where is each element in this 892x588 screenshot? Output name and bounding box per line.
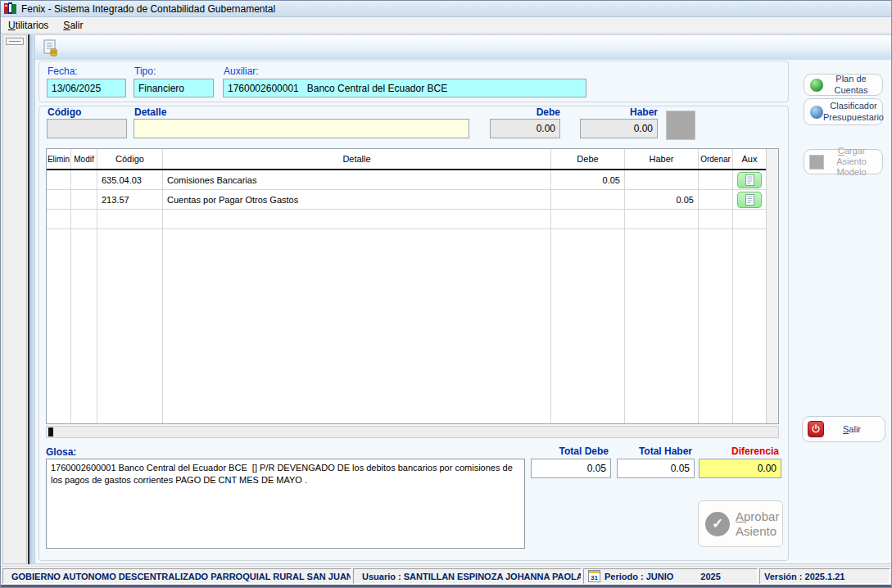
cell-debe: 0.05 [551, 170, 625, 189]
grid-horizontal-scrollbar[interactable] [46, 426, 779, 438]
cell-codigo: 213.57 [97, 190, 163, 209]
cell-detalle: Comisiones Bancarias [163, 170, 551, 189]
title-bar: Fenix - Sistema Integrado de Contabilida… [1, 1, 892, 17]
status-year-text: 2025 [700, 572, 720, 581]
header-detalle: Detalle [163, 149, 551, 169]
header-elimin: Elimin [47, 149, 71, 169]
cell-modif [71, 190, 97, 209]
clasificador-line2: Presupuestario [823, 112, 884, 122]
scrollbar-thumb[interactable] [48, 427, 53, 436]
aprobar-line2: Asiento [736, 524, 777, 538]
header-codigo: Código [97, 149, 163, 169]
cell-debe [551, 190, 625, 209]
cargar-asiento-modelo-label: Cargar Asiento Modelo [824, 146, 879, 179]
cell-ordenar [699, 170, 733, 189]
cell-aux [733, 190, 766, 209]
tipo-label: Tipo: [134, 66, 156, 77]
salir-button-label: Salir [824, 424, 880, 434]
status-version-text: Versión : 2025.1.21 [764, 572, 844, 581]
total-haber-label: Total Haber [617, 446, 692, 457]
diferencia-label: Diferencia [699, 446, 779, 457]
blue-sphere-icon [810, 106, 823, 119]
menu-utilitarios-label: Utilitarios [8, 20, 48, 31]
aprobar-asiento-label: Aprobar Asiento [736, 509, 779, 538]
table-row[interactable]: 213.57 Cuentas por Pagar Otros Gastos 0.… [47, 190, 766, 210]
cell-haber: 0.05 [625, 190, 699, 209]
debe-label: Debe [491, 106, 560, 118]
status-user-text: Usuario : SANTILLAN ESPINOZA JOHANNA PAO… [362, 572, 582, 581]
gray-square-icon [809, 155, 824, 170]
header-modif: Modif [71, 149, 97, 169]
header-ordenar: Ordenar [699, 149, 733, 169]
toolbar-strip [35, 35, 891, 60]
status-version-panel: Versión : 2025.1.21 [759, 568, 890, 584]
power-icon [808, 421, 824, 437]
status-bar: GOBIERNO AUTONOMO DESCENTRALIZADO PARROQ… [1, 566, 892, 585]
cell-codigo: 635.04.03 [97, 170, 163, 189]
cargar-line2: Modelo [836, 167, 866, 177]
fecha-label: Fecha: [48, 66, 78, 77]
cell-detalle: Cuentas por Pagar Otros Gastos [163, 190, 551, 209]
cargar-line1: Cargar Asiento [824, 146, 879, 167]
menu-utilitarios[interactable]: Utilitarios [1, 17, 56, 33]
detalle-input[interactable] [134, 119, 469, 138]
empty-row [47, 210, 766, 229]
detalle-label: Detalle [134, 106, 166, 118]
fenix-app-icon [4, 2, 17, 15]
status-entity-text: GOBIERNO AUTONOMO DESCENTRALIZADO PARROQ… [11, 572, 351, 581]
cell-ordenar [699, 190, 733, 209]
grid-header-row: Elimin Modif Código Detalle Debe Haber O… [47, 149, 766, 170]
grid-empty-area [47, 229, 766, 423]
cell-modif [71, 170, 97, 189]
journal-entry-document-coins-icon[interactable] [42, 39, 60, 57]
status-period-panel: 31 Periodo : JUNIO 2025 [583, 568, 758, 584]
debe-input[interactable] [490, 119, 560, 138]
cargar-asiento-modelo-button: Cargar Asiento Modelo [804, 149, 883, 174]
menu-salir-label: Salir [63, 20, 83, 31]
application-window: Fenix - Sistema Integrado de Contabilida… [0, 0, 892, 588]
tipo-input[interactable] [134, 79, 214, 97]
auxiliar-label: Auxiliar: [224, 66, 259, 77]
calendar-icon: 31 [588, 570, 600, 582]
total-haber-field [617, 459, 695, 478]
glosa-textarea[interactable]: 1760002600001 Banco Central del Ecuador … [46, 459, 525, 549]
window-bottom-border [1, 585, 892, 588]
table-row[interactable]: 635.04.03 Comisiones Bancarias 0.05 [47, 170, 766, 190]
menu-bar: Utilitarios Salir [1, 17, 892, 34]
aux-detail-button[interactable] [737, 192, 762, 208]
clasificador-presupuestario-label: Clasificador Presupuestario [823, 101, 884, 122]
grid-vertical-scrollbar[interactable] [766, 149, 778, 423]
plan-de-cuentas-button[interactable]: Plan de Cuentas [804, 74, 883, 96]
cell-aux [733, 170, 766, 189]
codigo-label: Código [48, 106, 81, 118]
status-entity-panel: GOBIERNO AUTONOMO DESCENTRALIZADO PARROQ… [2, 568, 351, 584]
plan-de-cuentas-label: Plan de Cuentas [823, 74, 879, 95]
auxiliar-input[interactable] [223, 79, 586, 97]
salir-button[interactable]: Salir [802, 416, 885, 442]
panel-collapse-handle[interactable] [6, 38, 24, 45]
header-haber: Haber [625, 149, 699, 169]
clasificador-presupuestario-button[interactable]: Clasificador Presupuestario [804, 98, 883, 125]
menu-salir[interactable]: Salir [56, 17, 90, 33]
document-icon [745, 194, 754, 206]
unlabeled-gray-button[interactable] [666, 111, 695, 140]
glosa-label: Glosa: [46, 446, 76, 458]
haber-input[interactable] [580, 119, 658, 138]
document-icon [745, 174, 754, 186]
header-aux: Aux [733, 149, 766, 169]
header-debe: Debe [551, 149, 625, 169]
haber-label: Haber [580, 106, 658, 118]
entries-grid: Elimin Modif Código Detalle Debe Haber O… [46, 148, 779, 424]
cell-haber [625, 170, 699, 189]
left-collapsed-panel [2, 34, 27, 564]
aux-detail-button[interactable] [737, 172, 762, 188]
total-debe-label: Total Debe [531, 446, 609, 457]
diferencia-field [699, 459, 781, 478]
green-sphere-icon [810, 79, 823, 92]
check-circle-icon: ✓ [705, 512, 730, 536]
status-period-text: Periodo : JUNIO [604, 572, 673, 581]
aprobar-asiento-button[interactable]: ✓ Aprobar Asiento [698, 500, 783, 547]
total-debe-field [531, 459, 611, 478]
fecha-input[interactable] [47, 79, 126, 97]
codigo-input[interactable] [47, 119, 127, 138]
